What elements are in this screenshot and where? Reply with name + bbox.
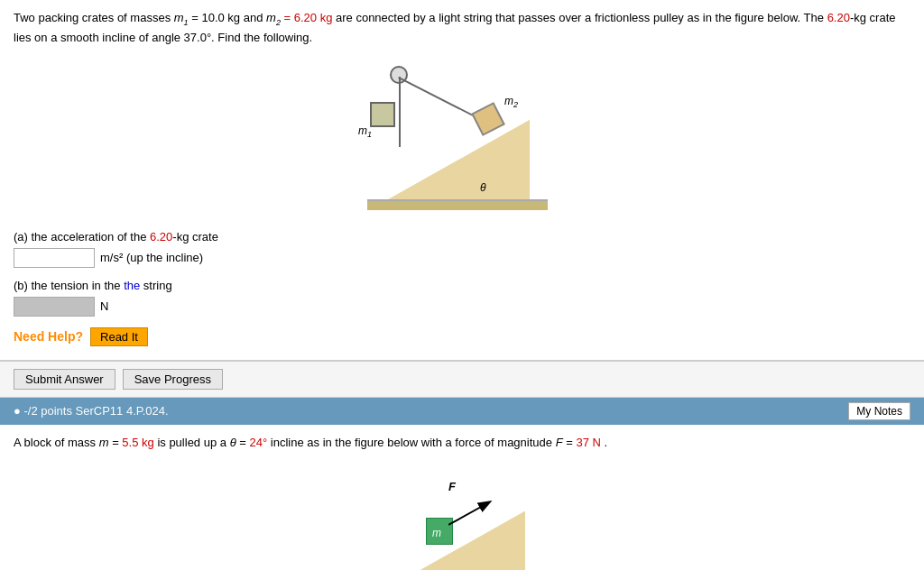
p2-mid: is pulled up a — [157, 436, 229, 449]
problem-1-text: Two packing crates of masses m1 = 10.0 k… — [14, 9, 910, 48]
m1-label: m1 — [174, 11, 189, 24]
p2-m-label: m — [99, 436, 109, 449]
part-a-label: (a) the acceleration of the 6.20-kg crat… — [14, 230, 910, 244]
p2-intro: A block of mass — [14, 436, 99, 449]
part-a-unit: m/s² (up the incline) — [100, 251, 203, 264]
label-m1: m1 — [358, 124, 372, 139]
force-arrow-svg — [448, 498, 503, 534]
force-label: F — [448, 480, 456, 493]
m1-eq: = 10.0 kg — [191, 11, 240, 24]
string-diagonal — [398, 77, 483, 121]
m2-label: m2 — [266, 11, 281, 24]
intro-text: Two packing crates of masses — [14, 11, 174, 24]
submit-row: Submit Answer Save Progress — [0, 361, 924, 398]
figure-2: m θ F — [14, 462, 910, 570]
p2-m-val: 5.5 kg — [122, 436, 153, 449]
incline-base-1 — [367, 199, 548, 210]
p2-F-label: F — [556, 436, 563, 449]
need-help-row: Need Help? Read It — [14, 327, 910, 346]
p2-end: . — [605, 436, 608, 449]
part-b-input[interactable] — [14, 297, 95, 317]
part-a-input[interactable] — [14, 248, 95, 268]
part-a-mass: 6.20 — [150, 230, 172, 244]
p2-theta-val: 24° — [250, 436, 268, 449]
problem-2-header-bar: ● -/2 points SerCP11 4.P.024. My Notes — [0, 398, 924, 425]
crate-m2 — [471, 102, 505, 136]
p2-mid2: incline as in the figure below with a fo… — [271, 436, 556, 449]
block-m-label: m — [432, 527, 441, 539]
part-a-end-text: -kg crate — [172, 230, 218, 244]
incline-diagram-1: m1 m2 θ — [340, 57, 584, 219]
part-b-intro: (b) the tension in the — [14, 279, 124, 292]
p2-m-eq: = — [112, 436, 122, 449]
problem-2-points: ● -/2 points SerCP11 4.P.024. — [14, 404, 169, 418]
save-progress-button[interactable]: Save Progress — [123, 369, 223, 390]
part-a-intro: (a) the acceleration of the — [14, 230, 150, 244]
crate-m1 — [370, 102, 395, 127]
svg-line-0 — [448, 502, 489, 525]
and-text: and — [244, 11, 266, 24]
m2-eq: = 6.20 kg — [284, 11, 333, 24]
need-help-label: Need Help? — [14, 329, 83, 344]
part-a-answer-row: m/s² (up the incline) — [14, 248, 910, 268]
p2-theta-eq: = — [239, 436, 249, 449]
part-b-answer-row: N — [14, 297, 910, 317]
problem-2-text: A block of mass m = 5.5 kg is pulled up … — [14, 434, 910, 453]
mid-text: are connected by a light string that pas… — [336, 11, 827, 24]
part-b-string: string — [140, 279, 171, 292]
part-b-label: (b) the tension in the the string — [14, 279, 910, 292]
string-vertical — [399, 77, 401, 147]
incline-diagram-2: m θ F — [363, 462, 561, 570]
mass-highlight: 6.20 — [827, 11, 850, 24]
problem-2-section: A block of mass m = 5.5 kg is pulled up … — [0, 425, 924, 570]
incline-surface-1 — [385, 120, 530, 201]
submit-answer-button[interactable]: Submit Answer — [14, 369, 116, 390]
read-it-button[interactable]: Read It — [90, 327, 148, 346]
label-theta-1: θ — [480, 181, 486, 194]
p2-F-val: 37 N — [576, 436, 600, 449]
part-b-unit: N — [100, 299, 108, 313]
p2-F-eq: = — [566, 436, 576, 449]
part-b-the: the — [124, 279, 140, 292]
label-m2: m2 — [504, 95, 518, 109]
my-notes-button[interactable]: My Notes — [848, 402, 910, 420]
problem-1-section: Two packing crates of masses m1 = 10.0 k… — [0, 0, 924, 361]
p2-theta-label: θ — [230, 436, 236, 449]
figure-1: m1 m2 θ — [14, 57, 910, 219]
